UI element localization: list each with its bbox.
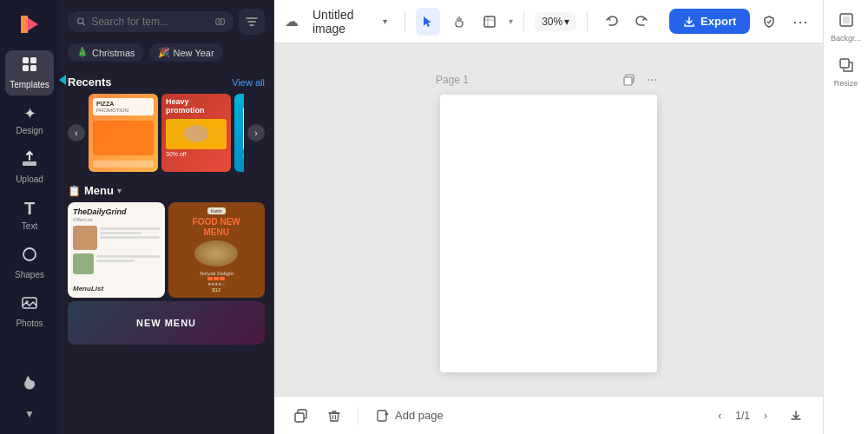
svg-point-10 (78, 18, 83, 23)
filter-button[interactable] (239, 9, 265, 35)
sidebar-item-text[interactable]: T Text (5, 194, 54, 237)
page-next-button[interactable]: › (755, 405, 776, 426)
bottom-bar: Add page ‹ 1/1 › (274, 396, 823, 434)
sidebar-item-upload-label: Upload (16, 174, 43, 185)
more-button[interactable]: ⋯ (788, 8, 812, 36)
zoom-level: 30% (542, 16, 562, 28)
page-copy-button[interactable] (620, 70, 639, 89)
sidebar-item-expand[interactable]: ▼ (5, 403, 54, 425)
frame-chevron: ▾ (509, 16, 513, 26)
svg-rect-15 (624, 77, 632, 85)
canvas-page[interactable] (440, 95, 657, 372)
page-more-button[interactable]: ⋯ (642, 70, 661, 89)
hand-tool-button[interactable] (447, 8, 471, 36)
app-logo[interactable] (14, 9, 45, 40)
svg-marker-1 (21, 16, 28, 33)
search-icon (76, 16, 86, 28)
topbar: ☁ Untitled image ▾ ▾ 30% ▾ (274, 0, 823, 43)
background-icon (838, 12, 854, 31)
page-navigation: ‹ 1/1 › (709, 405, 776, 426)
design-icon: ✦ (23, 104, 36, 123)
menu-grid: TheDailyGrind OfferList (68, 202, 265, 298)
resize-icon (838, 57, 854, 76)
undo-button[interactable] (598, 8, 626, 36)
search-bar (59, 0, 273, 40)
hand-tool-icon (452, 15, 466, 29)
bottom-copy-button[interactable] (288, 403, 314, 429)
resize-button[interactable]: Resize (827, 52, 865, 94)
recents-grid: ‹ PIZZA PROMOTION Heavy (68, 94, 265, 172)
sidebar-item-templates[interactable]: Templates (5, 50, 54, 95)
bottom-delete-button[interactable] (321, 403, 347, 429)
shapes-icon (21, 246, 38, 267)
doc-title[interactable]: Untitled image ▾ (306, 4, 394, 39)
page-header: Page 1 ⋯ (436, 67, 661, 95)
prev-arrow-button[interactable]: ‹ (68, 124, 85, 141)
menu-section-header[interactable]: 📋 Menu ▾ (68, 179, 265, 202)
sidebar-item-templates-label: Templates (10, 80, 49, 90)
bottom-separator (358, 407, 358, 424)
sidebar-item-upload[interactable]: Upload (5, 145, 54, 190)
sidebar-item-photos-label: Photos (16, 319, 43, 329)
view-all-button[interactable]: View all (232, 77, 265, 88)
sidebar-item-photos[interactable]: Photos (5, 289, 54, 334)
recents-section-header: Recents View all (68, 69, 265, 94)
recent-card-2[interactable]: Heavypromotion 30% off (161, 94, 231, 172)
page-more-icon: ⋯ (647, 74, 657, 86)
add-page-button[interactable]: Add page (369, 405, 450, 426)
recent-card-1[interactable]: PIZZA PROMOTION (89, 94, 158, 172)
frame-tool-button[interactable] (477, 8, 502, 36)
select-tool-icon (421, 15, 435, 29)
canvas-area: Page 1 ⋯ (274, 43, 823, 396)
svg-rect-21 (840, 59, 849, 68)
page-prev-button[interactable]: ‹ (709, 405, 730, 426)
resize-label: Resize (834, 79, 858, 89)
menu-card-food-new-menu[interactable]: Kanto FOOD NEWMENU Teriyak Delight ★★★★☆… (168, 202, 266, 298)
tag-newyear[interactable]: 🎉 New Year (149, 43, 223, 62)
export-button[interactable]: Export (669, 9, 750, 34)
menu-section: 📋 Menu ▾ TheDailyGrind OfferList (68, 179, 265, 345)
sidebar-item-moon[interactable] (5, 367, 54, 399)
page-prev-icon: ‹ (718, 410, 721, 422)
shield-button[interactable] (757, 8, 781, 36)
bottom-copy-icon (294, 409, 308, 423)
select-tool-button[interactable] (416, 8, 440, 36)
menu-section-label: Menu (84, 184, 114, 197)
add-page-label: Add page (395, 409, 444, 422)
svg-rect-3 (30, 57, 36, 63)
svg-rect-18 (378, 411, 386, 421)
redo-button[interactable] (628, 8, 655, 36)
right-panel: Backgr... Resize (823, 0, 868, 434)
background-button[interactable]: Backgr... (827, 7, 865, 49)
next-arrow-button[interactable]: › (247, 124, 265, 141)
templates-icon (21, 56, 38, 77)
frame-tool-icon (483, 15, 496, 29)
export-icon (683, 16, 695, 28)
sidebar-item-shapes[interactable]: Shapes (5, 240, 54, 286)
page-next-icon: › (764, 410, 767, 422)
page-actions: ⋯ (620, 70, 661, 89)
templates-panel: 🎄 Christmas 🎉 New Year Recents View all … (59, 0, 274, 434)
zoom-control[interactable]: 30% ▾ (535, 12, 576, 31)
search-input-wrap[interactable] (68, 11, 233, 32)
moon-icon (21, 372, 38, 394)
svg-rect-5 (30, 65, 36, 71)
svg-rect-20 (843, 16, 850, 23)
cloud-icon: ☁ (285, 13, 299, 30)
undo-icon (605, 15, 619, 29)
svg-rect-6 (23, 161, 36, 166)
templates-arrow-indicator (59, 75, 66, 85)
topbar-separator-1 (404, 11, 405, 32)
sidebar-item-shapes-label: Shapes (15, 270, 44, 280)
menu-card-daily-grind[interactable]: TheDailyGrind OfferList (68, 202, 165, 298)
more-icon: ⋯ (792, 12, 809, 31)
download-button[interactable] (783, 403, 809, 429)
page-indicator: 1/1 (735, 410, 750, 422)
svg-rect-17 (295, 413, 304, 422)
recent-card-3[interactable] (234, 94, 244, 172)
search-input[interactable] (91, 16, 210, 28)
tag-christmas[interactable]: 🎄 Christmas (68, 43, 144, 62)
download-icon (789, 409, 803, 423)
sidebar-item-design[interactable]: ✦ Design (5, 99, 54, 141)
new-menu-preview[interactable]: NEW MENU (68, 301, 265, 345)
